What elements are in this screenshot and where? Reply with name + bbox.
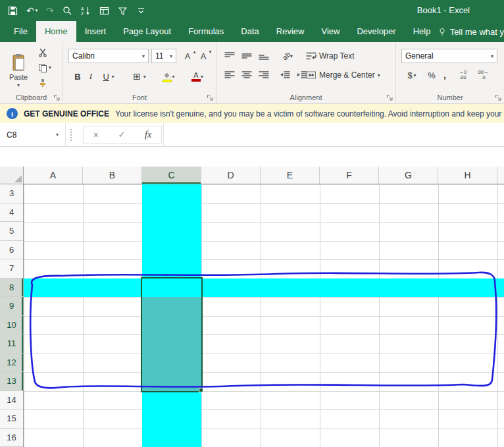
column-header-A[interactable]: A bbox=[24, 167, 83, 184]
sort-az-button[interactable]: A Z bbox=[81, 4, 91, 17]
row-header-12[interactable]: 12 bbox=[0, 354, 23, 373]
insert-function-button[interactable]: fx bbox=[145, 130, 151, 140]
row-header-16[interactable]: 16 bbox=[0, 429, 23, 447]
column-header-H[interactable]: H bbox=[438, 167, 497, 184]
filter-button[interactable] bbox=[118, 4, 128, 17]
wrap-text-button[interactable]: Wrap Text bbox=[306, 49, 355, 63]
selected-range-teal-fill[interactable] bbox=[142, 297, 201, 391]
row-header-7[interactable]: 7 bbox=[0, 259, 23, 278]
tab-developer[interactable]: Developer bbox=[348, 21, 404, 42]
enter-button[interactable]: ✓ bbox=[118, 130, 126, 140]
decrease-decimal-button[interactable]: 00→.0 bbox=[474, 67, 492, 83]
row-header-15[interactable]: 15 bbox=[0, 409, 23, 429]
formula-bar-grip[interactable] bbox=[70, 129, 72, 141]
italic-button[interactable]: I bbox=[86, 68, 96, 84]
alignment-dialog-launcher[interactable] bbox=[386, 94, 393, 101]
paste-dropdown-arrow[interactable]: ▾ bbox=[17, 82, 20, 88]
accounting-format-button[interactable]: $▾ bbox=[403, 67, 421, 83]
comma-style-button[interactable]: , bbox=[440, 67, 450, 83]
row-header-9[interactable]: 9 bbox=[0, 297, 23, 316]
column-header-G[interactable]: G bbox=[379, 167, 438, 184]
number-format-value: General bbox=[405, 51, 434, 61]
formula-input[interactable] bbox=[163, 123, 504, 146]
font-color-button[interactable]: A ▾ bbox=[187, 68, 208, 84]
align-center-icon bbox=[241, 70, 252, 80]
tab-data[interactable]: Data bbox=[232, 21, 267, 42]
copy-button[interactable]: ▾ bbox=[38, 63, 51, 72]
save-button[interactable] bbox=[8, 4, 18, 17]
align-right-button[interactable] bbox=[256, 67, 272, 83]
orientation-button[interactable]: ab ▾ bbox=[277, 49, 298, 63]
find-button[interactable] bbox=[63, 4, 72, 17]
cancel-button[interactable]: × bbox=[93, 130, 99, 140]
format-painter-button[interactable] bbox=[38, 78, 51, 88]
tab-formulas[interactable]: Formulas bbox=[180, 21, 232, 42]
tab-review[interactable]: Review bbox=[268, 21, 313, 42]
number-dialog-launcher[interactable] bbox=[495, 94, 502, 101]
tab-help[interactable]: Help bbox=[405, 21, 440, 42]
middle-align-button[interactable] bbox=[239, 49, 255, 63]
increase-font-size-button[interactable]: A▴ bbox=[180, 49, 195, 63]
increase-decimal-button[interactable]: ←0.00 bbox=[454, 67, 472, 83]
fill-color-button[interactable]: ▾ bbox=[158, 68, 179, 84]
decrease-font-size-button[interactable]: A▾ bbox=[196, 49, 211, 63]
column-header-B[interactable]: B bbox=[83, 167, 142, 184]
tab-page-layout[interactable]: Page Layout bbox=[114, 21, 180, 42]
clipboard-dialog-launcher[interactable] bbox=[53, 94, 61, 101]
undo-dropdown-arrow[interactable]: ▾ bbox=[36, 4, 38, 17]
row-header-14[interactable]: 14 bbox=[0, 391, 23, 410]
tab-home[interactable]: Home bbox=[36, 21, 76, 42]
tell-me-search[interactable]: Tell me what y bbox=[439, 21, 504, 42]
fill-handle[interactable] bbox=[199, 388, 203, 392]
bold-button[interactable]: B bbox=[71, 68, 84, 84]
row-header-11[interactable]: 11 bbox=[0, 334, 23, 354]
bottom-align-button[interactable] bbox=[256, 49, 272, 63]
column-header-F[interactable]: F bbox=[320, 167, 379, 184]
tab-insert[interactable]: Insert bbox=[76, 21, 115, 42]
font-family-arrow: ▾ bbox=[142, 53, 145, 59]
borders-button[interactable]: ⊞ ▾ bbox=[129, 68, 150, 84]
undo-button[interactable]: ↶ ▾ bbox=[26, 4, 38, 17]
top-align-button[interactable] bbox=[222, 49, 238, 63]
tab-file[interactable]: File bbox=[5, 21, 36, 42]
font-dialog-launcher[interactable] bbox=[207, 94, 214, 101]
underline-button[interactable]: U ▾ bbox=[99, 68, 118, 84]
column-header-C[interactable]: C bbox=[142, 167, 201, 184]
title-bar: ↶ ▾ ↷ A Z bbox=[0, 0, 504, 21]
copy-icon bbox=[38, 63, 47, 72]
select-all-corner[interactable] bbox=[0, 167, 24, 184]
formula-buttons: × ✓ fx bbox=[83, 126, 162, 144]
number-format-select[interactable]: General ▾ bbox=[401, 49, 497, 63]
name-box[interactable]: C8 ▾ bbox=[0, 123, 66, 146]
row-header-5[interactable]: 5 bbox=[0, 222, 23, 241]
cut-button[interactable] bbox=[38, 47, 51, 57]
redo-button[interactable]: ↷ bbox=[46, 4, 54, 17]
column-header-partial[interactable] bbox=[497, 167, 504, 184]
table-button[interactable] bbox=[99, 4, 109, 17]
column-header-D[interactable]: D bbox=[201, 167, 261, 184]
cell-grid[interactable] bbox=[24, 184, 504, 447]
row-header-10[interactable]: 10 bbox=[0, 316, 23, 335]
paste-button[interactable]: Paste ▾ bbox=[3, 45, 34, 96]
row-header-13[interactable]: 13 bbox=[0, 372, 23, 391]
orientation-icon: ab bbox=[280, 50, 291, 61]
customize-qat-button[interactable] bbox=[136, 4, 146, 17]
align-left-button[interactable] bbox=[222, 67, 238, 83]
tab-view[interactable]: View bbox=[313, 21, 348, 42]
name-box-arrow[interactable]: ▾ bbox=[56, 132, 59, 138]
decrease-indent-button[interactable] bbox=[277, 67, 293, 83]
row-header-3[interactable]: 3 bbox=[0, 184, 23, 203]
percent-style-button[interactable]: % bbox=[425, 67, 438, 83]
font-size-arrow: ▾ bbox=[170, 53, 172, 59]
row-8-cyan-fill[interactable] bbox=[24, 278, 504, 298]
column-header-E[interactable]: E bbox=[261, 167, 320, 184]
row-header-4[interactable]: 4 bbox=[0, 203, 23, 223]
row-header-6[interactable]: 6 bbox=[0, 241, 23, 260]
row-header-8[interactable]: 8 bbox=[0, 278, 23, 298]
sort-az-icon: A Z bbox=[81, 6, 91, 16]
merge-and-center-button[interactable]: Merge & Center ▾ bbox=[306, 68, 380, 82]
copy-dropdown-arrow[interactable]: ▾ bbox=[49, 65, 51, 70]
font-size-select[interactable]: 11 ▾ bbox=[151, 49, 176, 63]
align-center-button[interactable] bbox=[239, 67, 255, 83]
font-family-select[interactable]: Calibri ▾ bbox=[68, 49, 149, 63]
